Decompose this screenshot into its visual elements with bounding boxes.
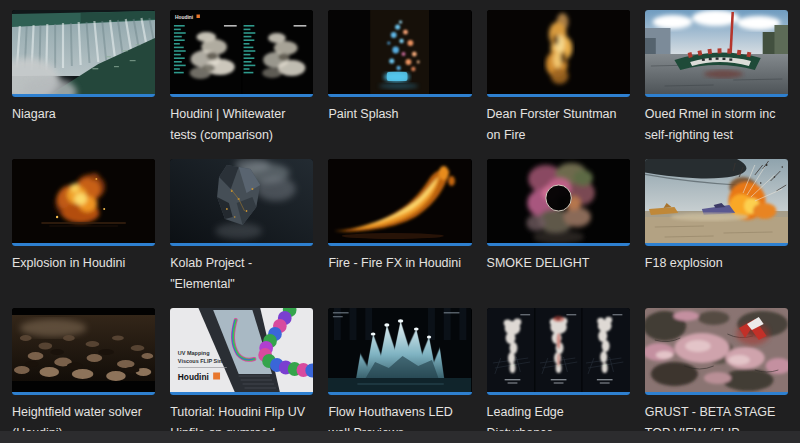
pink-fluid-top-view-art	[645, 308, 788, 392]
video-card-paint-splash: Paint Splash	[328, 10, 471, 146]
video-card-fire-fx: Fire - Fire FX in Houdini	[328, 159, 471, 295]
video-card-heightfield: Heightfield water solver (Houdini)	[12, 308, 155, 443]
video-title[interactable]: SMOKE DELIGHT	[487, 253, 630, 274]
video-title[interactable]: Paint Splash	[328, 104, 471, 125]
houdini-logo-text: Houdini	[178, 372, 209, 382]
video-thumbnail-paint-splash[interactable]	[328, 10, 471, 97]
houdini-logo-text: Houdini	[175, 15, 194, 20]
whitewater-comparison-art: Houdini	[170, 10, 313, 94]
video-card-flow-led: Flow Houthavens LED wall Previews	[328, 308, 471, 443]
video-thumbnail-fire-fx[interactable]	[328, 159, 471, 246]
footer-strip	[0, 431, 800, 443]
fire-fx-art	[328, 159, 471, 243]
uv-flip-tutorial-art: UV Mapping Viscous FLIP Sims Houdini	[170, 308, 313, 392]
video-thumbnail-flow-led[interactable]	[328, 308, 471, 395]
video-title[interactable]: Explosion in Houdini	[12, 253, 155, 274]
explosion-art	[12, 159, 155, 243]
video-thumbnail-kolab[interactable]	[170, 159, 313, 246]
video-progress-underline	[645, 392, 788, 395]
colored-smoke-art	[487, 159, 630, 243]
stuntman-fire-art	[487, 10, 630, 94]
video-thumbnail-niagara[interactable]	[12, 10, 155, 97]
video-title[interactable]: F18 explosion	[645, 253, 788, 274]
video-progress-underline	[328, 392, 471, 395]
video-thumbnail-heightfield[interactable]	[12, 308, 155, 395]
capsized-boat-art	[645, 10, 788, 94]
video-thumbnail-whitewater[interactable]: Houdini	[170, 10, 313, 97]
video-card-niagara: Niagara	[12, 10, 155, 146]
video-title[interactable]: Oued Rmel in storm inc self-righting tes…	[645, 104, 788, 146]
video-progress-underline	[328, 94, 471, 97]
video-thumbnail-oued-rmel[interactable]	[645, 10, 788, 97]
video-card-leading-edge: Leading Edge Disturbance	[487, 308, 630, 443]
video-grid: Niagara Houdini	[12, 10, 788, 443]
video-thumbnail-stuntman[interactable]	[487, 10, 630, 97]
video-progress-underline	[170, 94, 313, 97]
video-title[interactable]: Houdini | Whitewater tests (comparison)	[170, 104, 313, 146]
video-progress-underline	[170, 243, 313, 246]
video-progress-underline	[170, 392, 313, 395]
video-card-explosion: Explosion in Houdini	[12, 159, 155, 295]
rocky-terrain-art	[12, 308, 155, 392]
video-card-f18: F18 explosion	[645, 159, 788, 295]
video-progress-underline	[487, 94, 630, 97]
video-card-whitewater: Houdini	[170, 10, 313, 146]
video-card-tutorial: UV Mapping Viscous FLIP Sims Houdini Tut…	[170, 308, 313, 443]
video-card-grust: GRUST - BETA STAGE TOP VIEW (FLIP SOLVER…	[645, 308, 788, 443]
video-progress-underline	[12, 94, 155, 97]
rock-smoke-art	[170, 159, 313, 243]
video-card-smoke-delight: SMOKE DELIGHT	[487, 159, 630, 295]
video-progress-underline	[487, 243, 630, 246]
niagara-waterfall-art	[12, 10, 155, 94]
video-progress-underline	[487, 392, 630, 395]
paint-splash-art	[328, 10, 471, 94]
video-thumbnail-f18[interactable]	[645, 159, 788, 246]
video-card-kolab: Kolab Project - "Elemental"	[170, 159, 313, 295]
video-thumbnail-leading-edge[interactable]	[487, 308, 630, 395]
video-title[interactable]: Kolab Project - "Elemental"	[170, 253, 313, 295]
video-thumbnail-smoke-delight[interactable]	[487, 159, 630, 246]
video-card-stuntman: Dean Forster Stuntman on Fire	[487, 10, 630, 146]
video-progress-underline	[645, 243, 788, 246]
tutorial-title-line2: Viscous FLIP Sims	[178, 358, 227, 364]
water-crown-splash-art	[328, 308, 471, 392]
video-progress-underline	[645, 94, 788, 97]
video-title[interactable]: Fire - Fire FX in Houdini	[328, 253, 471, 274]
video-progress-underline	[328, 243, 471, 246]
video-grid-page: Niagara Houdini	[0, 0, 800, 431]
video-thumbnail-explosion[interactable]	[12, 159, 155, 246]
smoke-columns-art	[487, 308, 630, 392]
video-progress-underline	[12, 392, 155, 395]
tutorial-title-line1: UV Mapping	[178, 350, 210, 356]
video-thumbnail-grust[interactable]	[645, 308, 788, 395]
f18-explosion-art	[645, 159, 788, 243]
video-thumbnail-tutorial[interactable]: UV Mapping Viscous FLIP Sims Houdini	[170, 308, 313, 395]
video-title[interactable]: Dean Forster Stuntman on Fire	[487, 104, 630, 146]
video-title[interactable]: Niagara	[12, 104, 155, 125]
video-card-oued-rmel: Oued Rmel in storm inc self-righting tes…	[645, 10, 788, 146]
video-progress-underline	[12, 243, 155, 246]
